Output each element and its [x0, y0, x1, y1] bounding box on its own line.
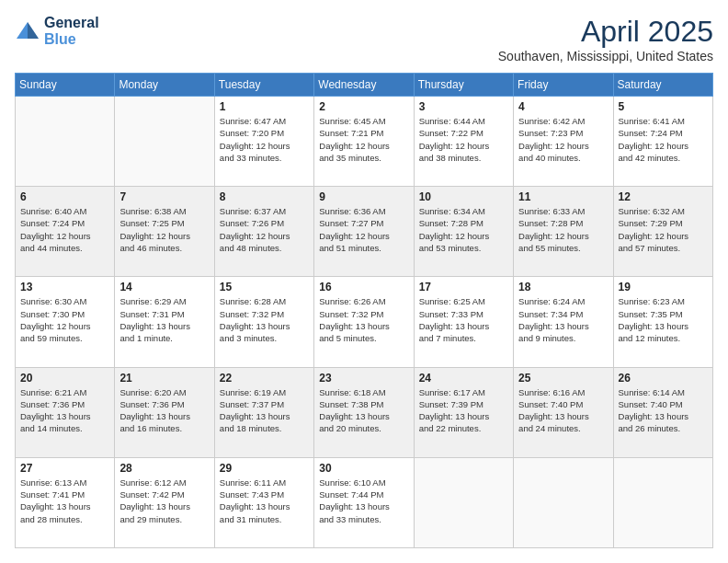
col-wednesday: Wednesday [314, 74, 414, 97]
calendar-cell [414, 457, 513, 547]
day-info: Sunrise: 6:30 AM Sunset: 7:30 PM Dayligh… [20, 295, 109, 344]
calendar-cell: 15Sunrise: 6:28 AM Sunset: 7:32 PM Dayli… [214, 277, 313, 367]
day-info: Sunrise: 6:42 AM Sunset: 7:23 PM Dayligh… [518, 115, 608, 164]
day-number: 28 [119, 462, 209, 475]
calendar-cell: 8Sunrise: 6:37 AM Sunset: 7:26 PM Daylig… [214, 187, 313, 277]
svg-marker-1 [28, 22, 39, 39]
day-info: Sunrise: 6:44 AM Sunset: 7:22 PM Dayligh… [419, 115, 508, 164]
calendar-cell: 19Sunrise: 6:23 AM Sunset: 7:35 PM Dayli… [613, 277, 712, 367]
day-number: 11 [518, 190, 608, 203]
header: General Blue April 2025 Southaven, Missi… [15, 15, 713, 63]
calendar-cell: 24Sunrise: 6:17 AM Sunset: 7:39 PM Dayli… [414, 367, 513, 457]
calendar-cell [115, 97, 214, 187]
calendar-cell [16, 97, 115, 187]
day-info: Sunrise: 6:12 AM Sunset: 7:42 PM Dayligh… [119, 477, 209, 525]
day-info: Sunrise: 6:17 AM Sunset: 7:39 PM Dayligh… [419, 386, 508, 435]
logo-icon [15, 18, 40, 44]
day-number: 4 [518, 100, 608, 113]
day-info: Sunrise: 6:33 AM Sunset: 7:28 PM Dayligh… [518, 205, 608, 254]
month-title: April 2025 [498, 15, 713, 49]
day-info: Sunrise: 6:20 AM Sunset: 7:36 PM Dayligh… [119, 386, 209, 435]
day-number: 23 [319, 372, 408, 385]
col-tuesday: Tuesday [214, 74, 313, 97]
day-info: Sunrise: 6:23 AM Sunset: 7:35 PM Dayligh… [619, 295, 708, 344]
day-number: 19 [619, 281, 708, 293]
calendar-cell [613, 457, 712, 547]
day-info: Sunrise: 6:29 AM Sunset: 7:31 PM Dayligh… [119, 295, 209, 344]
day-info: Sunrise: 6:41 AM Sunset: 7:24 PM Dayligh… [619, 115, 708, 164]
calendar-cell: 21Sunrise: 6:20 AM Sunset: 7:36 PM Dayli… [115, 367, 214, 457]
calendar-cell: 1Sunrise: 6:47 AM Sunset: 7:20 PM Daylig… [214, 97, 313, 187]
day-number: 17 [419, 281, 508, 293]
day-number: 25 [518, 372, 608, 385]
calendar-cell: 16Sunrise: 6:26 AM Sunset: 7:32 PM Dayli… [314, 277, 414, 367]
day-info: Sunrise: 6:16 AM Sunset: 7:40 PM Dayligh… [518, 386, 608, 435]
calendar-week-row: 27Sunrise: 6:13 AM Sunset: 7:41 PM Dayli… [16, 457, 713, 547]
day-info: Sunrise: 6:10 AM Sunset: 7:44 PM Dayligh… [319, 477, 408, 525]
day-number: 22 [220, 372, 309, 385]
calendar-cell: 5Sunrise: 6:41 AM Sunset: 7:24 PM Daylig… [613, 97, 712, 187]
day-info: Sunrise: 6:18 AM Sunset: 7:38 PM Dayligh… [319, 386, 408, 435]
calendar-cell: 4Sunrise: 6:42 AM Sunset: 7:23 PM Daylig… [514, 97, 613, 187]
day-info: Sunrise: 6:14 AM Sunset: 7:40 PM Dayligh… [619, 386, 708, 435]
day-number: 3 [419, 100, 508, 113]
day-number: 16 [319, 281, 408, 293]
day-info: Sunrise: 6:37 AM Sunset: 7:26 PM Dayligh… [220, 205, 309, 254]
calendar-cell: 11Sunrise: 6:33 AM Sunset: 7:28 PM Dayli… [514, 187, 613, 277]
calendar-week-row: 13Sunrise: 6:30 AM Sunset: 7:30 PM Dayli… [16, 277, 713, 367]
day-info: Sunrise: 6:24 AM Sunset: 7:34 PM Dayligh… [518, 295, 608, 344]
day-info: Sunrise: 6:36 AM Sunset: 7:27 PM Dayligh… [319, 205, 408, 254]
col-thursday: Thursday [414, 74, 513, 97]
day-info: Sunrise: 6:38 AM Sunset: 7:25 PM Dayligh… [119, 205, 209, 254]
day-info: Sunrise: 6:21 AM Sunset: 7:36 PM Dayligh… [20, 386, 109, 435]
calendar-cell: 20Sunrise: 6:21 AM Sunset: 7:36 PM Dayli… [16, 367, 115, 457]
day-number: 20 [20, 372, 109, 385]
day-info: Sunrise: 6:11 AM Sunset: 7:43 PM Dayligh… [220, 477, 309, 525]
calendar-cell: 27Sunrise: 6:13 AM Sunset: 7:41 PM Dayli… [16, 457, 115, 547]
day-number: 27 [20, 462, 109, 475]
day-number: 21 [119, 372, 209, 385]
col-monday: Monday [115, 74, 214, 97]
calendar-cell: 22Sunrise: 6:19 AM Sunset: 7:37 PM Dayli… [214, 367, 313, 457]
calendar-header-row: Sunday Monday Tuesday Wednesday Thursday… [16, 74, 713, 97]
day-info: Sunrise: 6:28 AM Sunset: 7:32 PM Dayligh… [220, 295, 309, 344]
day-number: 7 [119, 190, 209, 203]
day-info: Sunrise: 6:25 AM Sunset: 7:33 PM Dayligh… [419, 295, 508, 344]
calendar-cell: 17Sunrise: 6:25 AM Sunset: 7:33 PM Dayli… [414, 277, 513, 367]
calendar-cell: 30Sunrise: 6:10 AM Sunset: 7:44 PM Dayli… [314, 457, 414, 547]
day-number: 29 [220, 462, 309, 475]
day-number: 24 [419, 372, 508, 385]
day-number: 8 [220, 190, 309, 203]
day-info: Sunrise: 6:45 AM Sunset: 7:21 PM Dayligh… [319, 115, 408, 164]
day-number: 6 [20, 190, 109, 203]
calendar-cell: 3Sunrise: 6:44 AM Sunset: 7:22 PM Daylig… [414, 97, 513, 187]
calendar-week-row: 20Sunrise: 6:21 AM Sunset: 7:36 PM Dayli… [16, 367, 713, 457]
day-number: 18 [518, 281, 608, 293]
calendar-week-row: 1Sunrise: 6:47 AM Sunset: 7:20 PM Daylig… [16, 97, 713, 187]
day-number: 13 [20, 281, 109, 293]
calendar-cell: 25Sunrise: 6:16 AM Sunset: 7:40 PM Dayli… [514, 367, 613, 457]
calendar-cell: 26Sunrise: 6:14 AM Sunset: 7:40 PM Dayli… [613, 367, 712, 457]
calendar-cell: 9Sunrise: 6:36 AM Sunset: 7:27 PM Daylig… [314, 187, 414, 277]
calendar-cell: 29Sunrise: 6:11 AM Sunset: 7:43 PM Dayli… [214, 457, 313, 547]
day-number: 26 [619, 372, 708, 385]
logo: General Blue [15, 15, 99, 48]
calendar-week-row: 6Sunrise: 6:40 AM Sunset: 7:24 PM Daylig… [16, 187, 713, 277]
day-number: 1 [220, 100, 309, 113]
day-number: 15 [220, 281, 309, 293]
day-info: Sunrise: 6:19 AM Sunset: 7:37 PM Dayligh… [220, 386, 309, 435]
col-saturday: Saturday [613, 74, 712, 97]
calendar-table: Sunday Monday Tuesday Wednesday Thursday… [15, 73, 713, 548]
calendar-cell: 18Sunrise: 6:24 AM Sunset: 7:34 PM Dayli… [514, 277, 613, 367]
calendar-cell: 23Sunrise: 6:18 AM Sunset: 7:38 PM Dayli… [314, 367, 414, 457]
day-number: 2 [319, 100, 408, 113]
location: Southaven, Mississippi, United States [498, 49, 713, 63]
day-number: 30 [319, 462, 408, 475]
day-info: Sunrise: 6:40 AM Sunset: 7:24 PM Dayligh… [20, 205, 109, 254]
title-area: April 2025 Southaven, Mississippi, Unite… [498, 15, 713, 63]
calendar-cell: 28Sunrise: 6:12 AM Sunset: 7:42 PM Dayli… [115, 457, 214, 547]
day-number: 12 [619, 190, 708, 203]
calendar-cell: 10Sunrise: 6:34 AM Sunset: 7:28 PM Dayli… [414, 187, 513, 277]
calendar-cell: 6Sunrise: 6:40 AM Sunset: 7:24 PM Daylig… [16, 187, 115, 277]
day-number: 10 [419, 190, 508, 203]
